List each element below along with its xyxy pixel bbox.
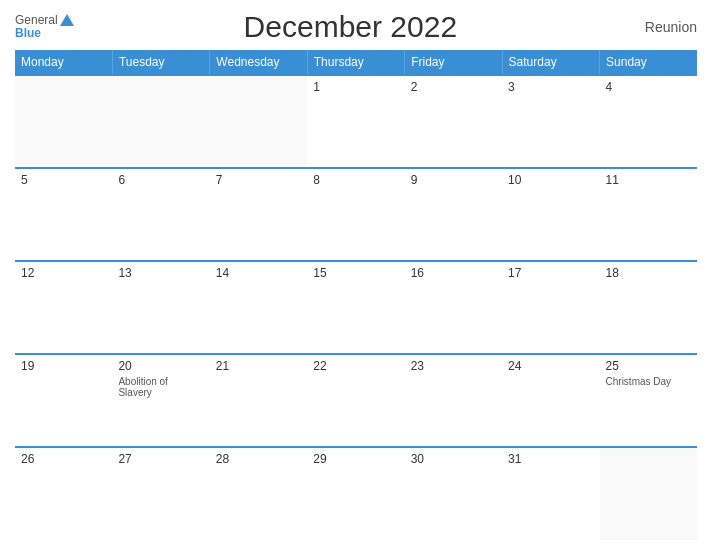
cell-w2-d1: 5 (15, 168, 112, 261)
cell-w5-d2: 27 (112, 447, 209, 540)
day-number-12: 12 (21, 266, 106, 280)
cell-w2-d5: 9 (405, 168, 502, 261)
cell-w2-d7: 11 (600, 168, 697, 261)
day-number-30: 30 (411, 452, 496, 466)
day-number-20: 20 (118, 359, 203, 373)
cell-w1-d2 (112, 75, 209, 168)
calendar-container: General Blue December 2022 Reunion Monda… (0, 0, 712, 550)
col-header-tuesday: Tuesday (112, 50, 209, 75)
holiday-label: Christmas Day (606, 376, 691, 387)
cell-w1-d4: 1 (307, 75, 404, 168)
cell-w2-d4: 8 (307, 168, 404, 261)
day-number-17: 17 (508, 266, 593, 280)
cell-w3-d4: 15 (307, 261, 404, 354)
logo-triangle-icon (60, 14, 74, 26)
cell-w4-d5: 23 (405, 354, 502, 447)
logo: General Blue (15, 14, 74, 40)
day-number-8: 8 (313, 173, 398, 187)
day-number-24: 24 (508, 359, 593, 373)
cell-w3-d6: 17 (502, 261, 599, 354)
day-number-10: 10 (508, 173, 593, 187)
day-number-18: 18 (606, 266, 691, 280)
day-number-4: 4 (606, 80, 691, 94)
logo-blue-text: Blue (15, 27, 74, 40)
cell-w4-d1: 19 (15, 354, 112, 447)
day-number-27: 27 (118, 452, 203, 466)
col-header-monday: Monday (15, 50, 112, 75)
cell-w5-d4: 29 (307, 447, 404, 540)
col-header-sunday: Sunday (600, 50, 697, 75)
day-number-31: 31 (508, 452, 593, 466)
calendar-title: December 2022 (74, 10, 627, 44)
day-number-1: 1 (313, 80, 398, 94)
cell-w3-d2: 13 (112, 261, 209, 354)
cell-w5-d3: 28 (210, 447, 307, 540)
day-number-7: 7 (216, 173, 301, 187)
cell-w1-d6: 3 (502, 75, 599, 168)
day-number-5: 5 (21, 173, 106, 187)
day-number-3: 3 (508, 80, 593, 94)
day-number-9: 9 (411, 173, 496, 187)
cell-w5-d6: 31 (502, 447, 599, 540)
cell-w1-d3 (210, 75, 307, 168)
day-number-6: 6 (118, 173, 203, 187)
cell-w4-d2: 20Abolition of Slavery (112, 354, 209, 447)
cell-w1-d1 (15, 75, 112, 168)
day-number-29: 29 (313, 452, 398, 466)
cell-w4-d3: 21 (210, 354, 307, 447)
cell-w4-d7: 25Christmas Day (600, 354, 697, 447)
day-number-23: 23 (411, 359, 496, 373)
day-number-15: 15 (313, 266, 398, 280)
col-header-wednesday: Wednesday (210, 50, 307, 75)
day-number-28: 28 (216, 452, 301, 466)
day-number-13: 13 (118, 266, 203, 280)
cell-w2-d3: 7 (210, 168, 307, 261)
cell-w5-d7 (600, 447, 697, 540)
region-label: Reunion (627, 19, 697, 35)
week-row-3: 12131415161718 (15, 261, 697, 354)
cell-w3-d7: 18 (600, 261, 697, 354)
cell-w4-d6: 24 (502, 354, 599, 447)
day-number-21: 21 (216, 359, 301, 373)
col-header-friday: Friday (405, 50, 502, 75)
week-row-1: 1234 (15, 75, 697, 168)
cell-w2-d6: 10 (502, 168, 599, 261)
cell-w1-d7: 4 (600, 75, 697, 168)
week-row-4: 1920Abolition of Slavery2122232425Christ… (15, 354, 697, 447)
cell-w1-d5: 2 (405, 75, 502, 168)
day-number-14: 14 (216, 266, 301, 280)
calendar-table: Monday Tuesday Wednesday Thursday Friday… (15, 50, 697, 540)
days-header-row: Monday Tuesday Wednesday Thursday Friday… (15, 50, 697, 75)
holiday-label: Abolition of Slavery (118, 376, 203, 398)
day-number-11: 11 (606, 173, 691, 187)
calendar-header: General Blue December 2022 Reunion (15, 10, 697, 44)
cell-w5-d1: 26 (15, 447, 112, 540)
cell-w5-d5: 30 (405, 447, 502, 540)
cell-w3-d1: 12 (15, 261, 112, 354)
day-number-22: 22 (313, 359, 398, 373)
cell-w3-d3: 14 (210, 261, 307, 354)
week-row-2: 567891011 (15, 168, 697, 261)
day-number-2: 2 (411, 80, 496, 94)
col-header-thursday: Thursday (307, 50, 404, 75)
day-number-19: 19 (21, 359, 106, 373)
day-number-25: 25 (606, 359, 691, 373)
col-header-saturday: Saturday (502, 50, 599, 75)
cell-w2-d2: 6 (112, 168, 209, 261)
cell-w4-d4: 22 (307, 354, 404, 447)
cell-w3-d5: 16 (405, 261, 502, 354)
day-number-16: 16 (411, 266, 496, 280)
day-number-26: 26 (21, 452, 106, 466)
week-row-5: 262728293031 (15, 447, 697, 540)
